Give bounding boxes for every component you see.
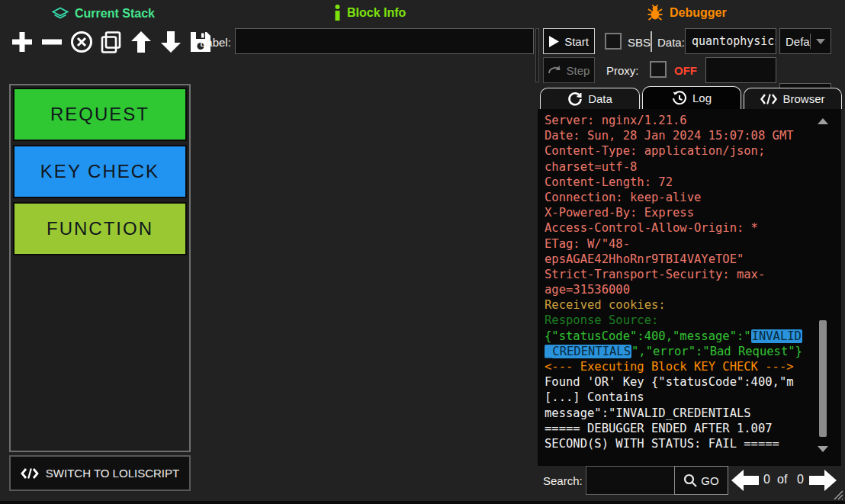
- tab-log[interactable]: Log: [642, 86, 741, 109]
- proxy-input[interactable]: [705, 57, 776, 83]
- arrow-down-icon: [159, 30, 183, 54]
- prev-match-button[interactable]: [731, 469, 760, 492]
- search-go-button[interactable]: GO: [674, 466, 728, 495]
- log-segment: {"statusCode":400,"message":": [545, 329, 751, 343]
- log-output: Server: nginx/1.21.6Date: Sun, 28 Jan 20…: [538, 109, 841, 466]
- log-segment: ","error":"Bad Request"}: [631, 345, 802, 358]
- search-go-label: GO: [701, 474, 718, 487]
- stack-block-request[interactable]: REQUEST: [13, 88, 187, 141]
- tab-browser[interactable]: Browser: [744, 88, 842, 109]
- log-segment: [...] Contains: [545, 390, 644, 404]
- stack-toolbar: [9, 29, 214, 55]
- stack-block-key-check[interactable]: KEY CHECK: [13, 145, 187, 198]
- pane-splitter[interactable]: [535, 28, 539, 82]
- log-segment: Date: Sun, 28 Jan 2024 15:07:08 GMT: [545, 129, 794, 143]
- log-segment: INVALID: [751, 329, 802, 343]
- search-total-count: 0: [797, 473, 804, 486]
- remove-block-button[interactable]: [39, 29, 65, 55]
- tab-data-label: Data: [588, 92, 612, 105]
- log-segment: ETag: W/"48-: [545, 237, 630, 251]
- debugger-title-label: Debugger: [670, 6, 727, 20]
- log-segment: Response Source:: [545, 313, 658, 327]
- stack-panel: REQUEST KEY CHECK FUNCTION: [9, 84, 191, 452]
- data-type-dropdown[interactable]: Default: [779, 28, 831, 54]
- log-segment: age=31536000: [545, 283, 630, 297]
- history-icon: [672, 91, 687, 106]
- plus-icon: [10, 30, 34, 54]
- search-input[interactable]: [586, 466, 675, 495]
- bug-icon: [646, 4, 664, 22]
- move-down-button[interactable]: [158, 29, 184, 55]
- log-segment: ===== DEBUGGER ENDED AFTER 1.007: [545, 422, 773, 435]
- search-of-label: of: [777, 473, 787, 486]
- step-button-label: Step: [567, 64, 590, 77]
- move-up-button[interactable]: [128, 29, 154, 55]
- log-segment: _CREDENTIALS: [545, 345, 631, 358]
- chevron-down-icon: [816, 39, 825, 44]
- log-segment: charset=utf-8: [545, 160, 637, 174]
- start-button[interactable]: Start: [543, 28, 595, 54]
- block-info-title: Block Info: [333, 5, 406, 21]
- resize-grip[interactable]: [832, 489, 843, 500]
- layers-icon: [51, 5, 69, 23]
- play-icon: [549, 36, 559, 47]
- scroll-down-icon[interactable]: [818, 446, 828, 452]
- circle-x-icon: [69, 30, 94, 54]
- data-input[interactable]: [685, 28, 776, 54]
- info-icon: [333, 5, 342, 21]
- log-segment: Content-Type: application/json;: [545, 144, 765, 158]
- switch-to-loliscript-button[interactable]: SWITCH TO LOLISCRIPT: [9, 455, 191, 491]
- tab-log-label: Log: [692, 91, 712, 104]
- log-segment: Content-Length: 72: [545, 175, 673, 189]
- search-icon: [683, 474, 697, 487]
- log-segment: Found 'OR' Key {"statusCode":400,"m: [545, 375, 794, 389]
- code-icon: [760, 93, 777, 105]
- arrow-left-icon: [731, 470, 759, 491]
- step-icon: [548, 65, 561, 75]
- log-segment: Received cookies:: [545, 298, 666, 312]
- current-stack-title: Current Stack: [51, 5, 155, 23]
- search-current-count: 0: [763, 473, 770, 486]
- data-label: Data:: [657, 36, 685, 49]
- tab-browser-label: Browser: [782, 92, 824, 105]
- log-segment: <--- Executing Block KEY CHECK --->: [545, 360, 794, 374]
- step-button[interactable]: Step: [543, 57, 595, 83]
- current-stack-title-label: Current Stack: [75, 7, 155, 21]
- start-button-label: Start: [564, 35, 589, 48]
- clear-stack-button[interactable]: [69, 29, 95, 55]
- search-label: Search:: [543, 474, 583, 487]
- log-segment: Connection: keep-alive: [545, 191, 701, 204]
- proxy-checkbox[interactable]: [650, 61, 667, 78]
- add-block-button[interactable]: [9, 29, 35, 55]
- block-info-title-label: Block Info: [347, 6, 406, 20]
- code-icon: [21, 467, 39, 480]
- refresh-icon: [567, 91, 583, 107]
- tab-data[interactable]: Data: [540, 88, 640, 109]
- label-field-input[interactable]: [235, 28, 534, 54]
- clone-block-button[interactable]: [98, 29, 124, 55]
- switch-button-label: SWITCH TO LOLISCRIPT: [46, 467, 179, 480]
- log-segment: X-Powered-By: Express: [545, 206, 694, 220]
- arrow-right-icon: [809, 470, 837, 491]
- log-segment: epsAGAE42HhoRnr9TBI4VAYeTOE": [545, 252, 744, 266]
- stack-block-function[interactable]: FUNCTION: [13, 202, 187, 255]
- sbs-label: SBS: [628, 36, 651, 49]
- label-field-label: Label:: [200, 36, 231, 49]
- minus-icon: [40, 30, 64, 54]
- log-scrollbar-thumb[interactable]: [819, 320, 827, 437]
- log-segment: Access-Control-Allow-Origin: *: [545, 221, 758, 235]
- debugger-title: Debugger: [646, 4, 727, 22]
- window-bottom-edge: [0, 501, 845, 504]
- scroll-up-icon[interactable]: [818, 118, 828, 124]
- arrow-up-icon: [129, 30, 153, 54]
- proxy-status: OFF: [674, 64, 697, 77]
- sbs-data-divider: [651, 31, 652, 52]
- clone-icon: [99, 30, 124, 54]
- log-segment: SECOND(S) WITH STATUS: FAIL =====: [545, 437, 779, 451]
- dropdown-divider: [810, 34, 811, 49]
- data-type-value: Default: [786, 35, 811, 48]
- proxy-label: Proxy:: [606, 64, 639, 77]
- log-segment: Server: nginx/1.21.6: [545, 114, 687, 127]
- log-segment: Strict-Transport-Security: max-: [545, 268, 765, 281]
- sbs-checkbox[interactable]: [605, 33, 622, 50]
